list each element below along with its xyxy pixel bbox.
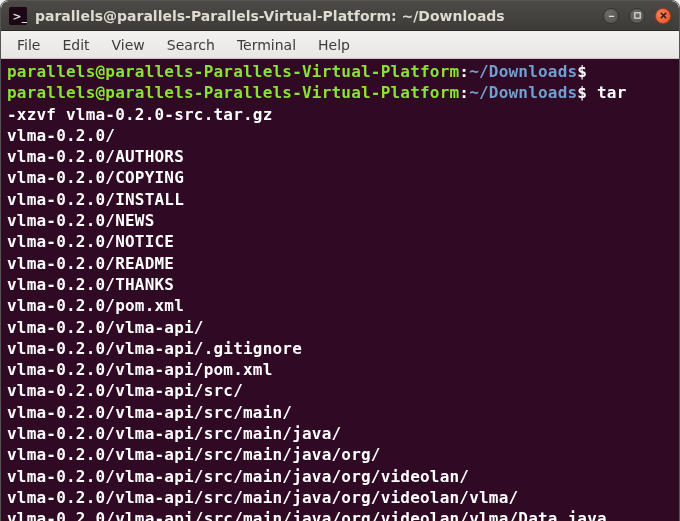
prompt-user-host: parallels@parallels-Parallels-Virtual-Pl…: [7, 83, 459, 102]
titlebar: >_ parallels@parallels-Parallels-Virtual…: [1, 1, 679, 31]
prompt-dollar: $: [577, 83, 587, 102]
maximize-button[interactable]: [629, 8, 645, 24]
menu-edit[interactable]: Edit: [52, 34, 99, 56]
terminal-output-line: vlma-0.2.0/vlma-api/.gitignore: [7, 338, 673, 359]
minimize-button[interactable]: [603, 8, 619, 24]
terminal-output-line: vlma-0.2.0/vlma-api/: [7, 317, 673, 338]
terminal-output-line: vlma-0.2.0/vlma-api/src/main/java/org/vi…: [7, 508, 673, 521]
prompt-user-host: parallels@parallels-Parallels-Virtual-Pl…: [7, 62, 459, 81]
window-title: parallels@parallels-Parallels-Virtual-Pl…: [35, 8, 595, 24]
prompt-colon: :: [459, 83, 469, 102]
terminal-output-line: vlma-0.2.0/README: [7, 253, 673, 274]
prompt-path: ~/Downloads: [469, 62, 577, 81]
terminal-line: parallels@parallels-Parallels-Virtual-Pl…: [7, 82, 673, 103]
terminal-area[interactable]: parallels@parallels-Parallels-Virtual-Pl…: [1, 59, 679, 521]
menu-terminal[interactable]: Terminal: [227, 34, 306, 56]
close-button[interactable]: [655, 8, 671, 24]
terminal-output-line: vlma-0.2.0/vlma-api/pom.xml: [7, 359, 673, 380]
terminal-command-wrap: -xzvf vlma-0.2.0-src.tar.gz: [7, 104, 673, 125]
menu-view[interactable]: View: [102, 34, 155, 56]
prompt-colon: :: [459, 62, 469, 81]
terminal-output-line: vlma-0.2.0/vlma-api/src/main/java/org/vi…: [7, 466, 673, 487]
terminal-output-line: vlma-0.2.0/vlma-api/src/: [7, 380, 673, 401]
window-controls: [603, 8, 671, 24]
terminal-line: parallels@parallels-Parallels-Virtual-Pl…: [7, 61, 673, 82]
terminal-output-line: vlma-0.2.0/INSTALL: [7, 189, 673, 210]
terminal-output-line: vlma-0.2.0/NEWS: [7, 210, 673, 231]
menu-help[interactable]: Help: [308, 34, 360, 56]
terminal-output-line: vlma-0.2.0/NOTICE: [7, 231, 673, 252]
prompt-path: ~/Downloads: [469, 83, 577, 102]
svg-text:>_: >_: [13, 9, 27, 22]
terminal-output-line: vlma-0.2.0/: [7, 125, 673, 146]
terminal-output-line: vlma-0.2.0/THANKS: [7, 274, 673, 295]
terminal-output-line: vlma-0.2.0/COPYING: [7, 167, 673, 188]
terminal-app-icon: >_: [9, 7, 27, 25]
svg-rect-3: [634, 13, 639, 18]
terminal-output-line: vlma-0.2.0/vlma-api/src/main/: [7, 402, 673, 423]
menu-file[interactable]: File: [7, 34, 50, 56]
terminal-output-line: vlma-0.2.0/vlma-api/src/main/java/org/vi…: [7, 487, 673, 508]
terminal-output-line: vlma-0.2.0/vlma-api/src/main/java/org/: [7, 444, 673, 465]
terminal-output-line: vlma-0.2.0/pom.xml: [7, 295, 673, 316]
menu-search[interactable]: Search: [157, 34, 225, 56]
prompt-dollar: $: [577, 62, 587, 81]
terminal-output-line: vlma-0.2.0/vlma-api/src/main/java/: [7, 423, 673, 444]
menubar: File Edit View Search Terminal Help: [1, 31, 679, 59]
terminal-command: tar: [587, 83, 626, 102]
terminal-output-line: vlma-0.2.0/AUTHORS: [7, 146, 673, 167]
